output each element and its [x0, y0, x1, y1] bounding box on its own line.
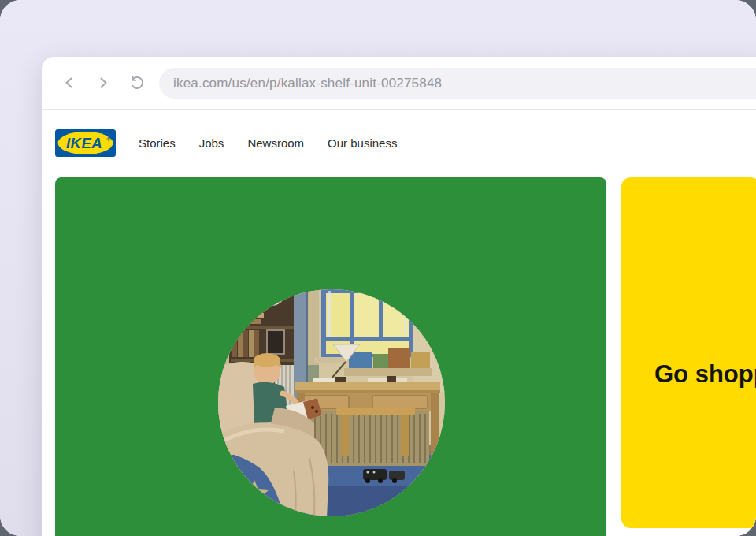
ikea-logo-icon: IKEA ®	[55, 129, 116, 157]
promo-label: Go shopping	[654, 361, 756, 388]
nav-link-our-business[interactable]: Our business	[328, 136, 397, 150]
browser-toolbar: ikea.com/us/en/p/kallax-shelf-unit-00275…	[42, 57, 756, 110]
reload-icon	[128, 74, 146, 91]
promo-card[interactable]: Go shopping	[621, 177, 756, 528]
nav-link-newsroom[interactable]: Newsroom	[247, 136, 304, 150]
chevron-left-icon	[62, 76, 76, 90]
svg-text:®: ®	[107, 136, 111, 142]
chevron-right-icon	[96, 76, 110, 90]
nav-link-stories[interactable]: Stories	[139, 136, 176, 150]
mockup-backdrop: { "browser": { "url": "ikea.com/us/en/p/…	[0, 0, 756, 536]
url-bar[interactable]: ikea.com/us/en/p/kallax-shelf-unit-00275…	[159, 68, 756, 99]
hero-image	[218, 289, 445, 516]
mockup-card: ikea.com/us/en/p/kallax-shelf-unit-00275…	[0, 0, 756, 536]
hero-photo-illustration	[218, 289, 445, 516]
ikea-logo[interactable]: IKEA ®	[55, 129, 116, 157]
browser-window: ikea.com/us/en/p/kallax-shelf-unit-00275…	[42, 57, 756, 536]
forward-button[interactable]	[94, 74, 112, 91]
nav-link-jobs[interactable]: Jobs	[199, 136, 224, 150]
site-navbar: IKEA ® Stories Jobs Newsroom Our busines…	[55, 129, 397, 157]
url-text: ikea.com/us/en/p/kallax-shelf-unit-00275…	[173, 76, 442, 91]
hero-card[interactable]	[55, 177, 606, 536]
back-button[interactable]	[61, 74, 78, 91]
nav-links: Stories Jobs Newsroom Our business	[139, 136, 397, 150]
svg-text:IKEA: IKEA	[66, 135, 102, 151]
refresh-button[interactable]	[128, 74, 146, 91]
